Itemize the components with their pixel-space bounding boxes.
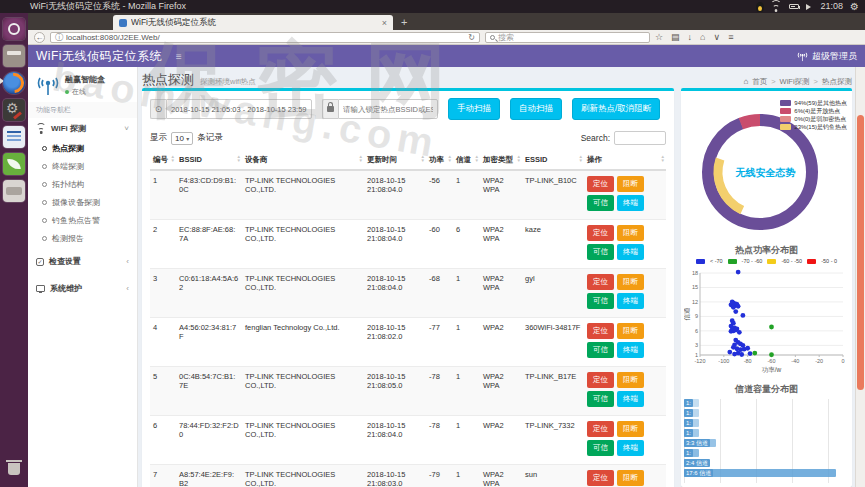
column-header[interactable]: 设备商▲▼	[242, 151, 364, 170]
sidebar-item-钓鱼热点告警[interactable]: 钓鱼热点告警	[28, 211, 137, 229]
files-icon[interactable]	[3, 45, 25, 67]
system-settings-icon[interactable]	[3, 99, 25, 121]
table-row: 678:44:FD:32:F2:D0TP-LINK TECHNOLOGIES C…	[150, 416, 666, 465]
sidebar-group-system-maintain[interactable]: 系统维护 ‹	[28, 278, 137, 299]
action-trust-button[interactable]: 可信	[587, 195, 614, 211]
disk-utility-icon[interactable]	[3, 180, 25, 202]
spring-tool-icon[interactable]	[3, 153, 25, 175]
breadcrumb-wifi[interactable]: WiFi探测	[780, 77, 810, 87]
site-info-icon[interactable]: ⓘ	[55, 32, 63, 43]
sidebar-item-拓扑结构[interactable]: 拓扑结构	[28, 175, 137, 193]
column-header[interactable]: 信道▲▼	[453, 151, 480, 170]
action-locate-button[interactable]: 定位	[587, 176, 614, 192]
refresh-unblock-button[interactable]: 刷新热点/取消阻断	[572, 98, 660, 120]
libreoffice-writer-icon[interactable]	[3, 126, 25, 148]
back-button[interactable]: ←	[34, 32, 45, 43]
sidebar-toggle-icon[interactable]: ≡	[176, 51, 182, 62]
download-icon[interactable]: ↓	[688, 32, 693, 42]
cell-essid: TP-LINK_7332	[522, 416, 584, 465]
action-block-button[interactable]: 阻断	[617, 323, 644, 339]
action-trust-button[interactable]: 可信	[587, 440, 614, 456]
column-header[interactable]: ESSID▲▼	[522, 151, 584, 170]
sidebar-item-终端探测[interactable]: 终端探测	[28, 157, 137, 175]
action-terminal-button[interactable]: 终端	[617, 440, 644, 456]
bar-channel: 17:6 信道	[684, 469, 836, 477]
scrollbar-thumb[interactable]	[857, 115, 864, 390]
network-icon[interactable]	[771, 2, 782, 11]
action-block-button[interactable]: 阻断	[617, 470, 644, 486]
legend-chip	[696, 259, 705, 264]
action-terminal-button[interactable]: 终端	[617, 293, 644, 309]
column-header[interactable]: 编号▲▼	[150, 151, 176, 170]
action-trust-button[interactable]: 可信	[587, 342, 614, 358]
sidebar-section-label: 功能导航栏	[28, 102, 137, 118]
bar-channel: 1:	[684, 449, 699, 457]
sidebar-item-热点探测[interactable]: 热点探测	[28, 139, 137, 157]
pocket-icon[interactable]: ∨	[714, 32, 721, 42]
action-terminal-button[interactable]: 终端	[617, 391, 644, 407]
records-label: 条记录	[197, 132, 223, 144]
firefox-icon[interactable]	[3, 72, 25, 94]
clipboard-icon[interactable]: ▤	[671, 32, 680, 42]
column-header[interactable]: 加密类型▲▼	[480, 151, 522, 170]
reload-icon[interactable]: ↻	[468, 33, 475, 42]
date-range-input[interactable]	[166, 99, 312, 119]
column-header[interactable]: 更新时间▲▼	[364, 151, 426, 170]
url-bar[interactable]: ⓘ localhost:8080/J2EE.Web/ ↻	[50, 32, 480, 43]
action-locate-button[interactable]: 定位	[587, 323, 614, 339]
action-block-button[interactable]: 阻断	[617, 372, 644, 388]
action-locate-button[interactable]: 定位	[587, 470, 614, 486]
column-header[interactable]: 操作▲▼	[584, 151, 666, 170]
menu-icon[interactable]: ≡	[728, 32, 733, 42]
tab-close-icon[interactable]: ×	[382, 18, 387, 28]
action-terminal-button[interactable]: 终端	[617, 195, 644, 211]
action-locate-button[interactable]: 定位	[587, 225, 614, 241]
search-bar[interactable]: 搜索	[485, 32, 650, 43]
trash-icon[interactable]	[3, 457, 25, 479]
action-trust-button[interactable]: 可信	[587, 391, 614, 407]
action-trust-button[interactable]: 可信	[587, 244, 614, 260]
action-block-button[interactable]: 阻断	[617, 421, 644, 437]
action-locate-button[interactable]: 定位	[587, 421, 614, 437]
tab-title: WiFi无线侦码定位系统	[131, 17, 378, 29]
battery-icon[interactable]	[789, 4, 799, 9]
action-locate-button[interactable]: 定位	[587, 274, 614, 290]
tab-bar: WiFi无线侦码定位系统 × +	[28, 13, 865, 30]
online-status: 在线	[65, 87, 105, 97]
column-header[interactable]: BSSID▲▼	[176, 151, 242, 170]
app-brand[interactable]: WiFi无线侦码定位系统	[36, 48, 162, 65]
bullet-circle-icon	[42, 200, 47, 205]
sidebar-group-check-settings[interactable]: ✓ 检查设置 ‹	[28, 251, 137, 272]
cell-vendor: TP-LINK TECHNOLOGIES CO.,LTD.	[242, 220, 364, 269]
sidebar-item-检测报告[interactable]: 检测报告	[28, 229, 137, 247]
breadcrumb-home[interactable]: 首页	[752, 77, 767, 87]
clock[interactable]: 21:08	[821, 0, 844, 13]
action-terminal-button[interactable]: 终端	[617, 342, 644, 358]
table-search-input[interactable]	[614, 131, 666, 145]
new-tab-button[interactable]: +	[401, 15, 407, 30]
session-gear-icon[interactable]: ⚙	[850, 0, 859, 13]
auto-scan-button[interactable]: 自动扫描	[510, 98, 562, 120]
browser-tab[interactable]: WiFi无线侦码定位系统 ×	[113, 15, 393, 30]
user-role[interactable]: 超级管理员	[797, 50, 857, 63]
action-trust-button[interactable]: 可信	[587, 293, 614, 309]
column-header[interactable]: 功率▲▼	[426, 151, 453, 170]
system-tray: 21:08 ⚙	[756, 0, 860, 13]
sidebar-group-wifi-detect[interactable]: WiFi 探测 ˅	[28, 118, 137, 139]
bookmark-star-icon[interactable]: ☆	[655, 32, 663, 42]
cell-actions: 定位阻断可信终端	[584, 170, 666, 220]
page-size-select[interactable]: 10 ▾	[171, 132, 193, 145]
action-block-button[interactable]: 阻断	[617, 225, 644, 241]
action-locate-button[interactable]: 定位	[587, 372, 614, 388]
ubuntu-dash-icon[interactable]	[3, 18, 25, 40]
manual-scan-button[interactable]: 手动扫描	[448, 98, 500, 120]
volume-icon[interactable]	[806, 4, 814, 10]
home-icon[interactable]: ⌂	[700, 32, 705, 42]
sidebar-item-摄像设备探测[interactable]: 摄像设备探测	[28, 193, 137, 211]
cell-bssid: C0:61:18:A4:5A:62	[176, 269, 242, 318]
bssid-lock-input[interactable]	[338, 99, 438, 119]
action-terminal-button[interactable]: 终端	[617, 244, 644, 260]
tux-indicator-icon[interactable]	[756, 2, 764, 12]
action-block-button[interactable]: 阻断	[617, 176, 644, 192]
action-block-button[interactable]: 阻断	[617, 274, 644, 290]
